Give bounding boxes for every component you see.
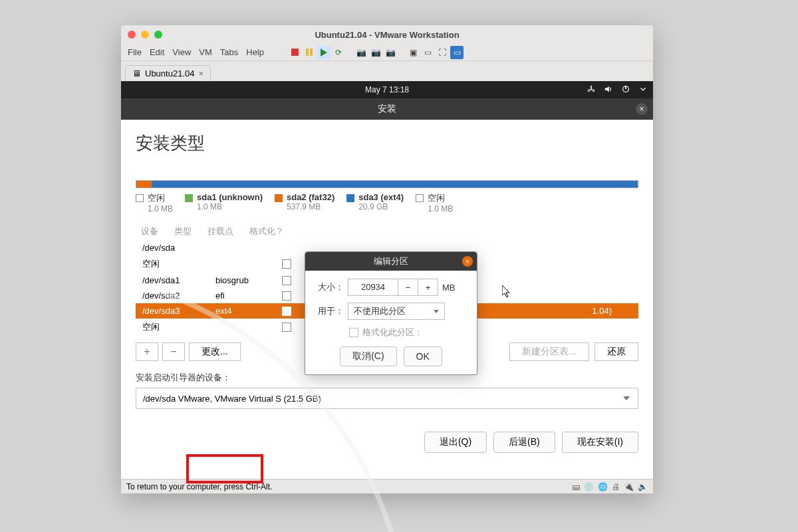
boot-device-select[interactable]: /dev/sda VMware, VMware Virtual S (21.5 …: [136, 388, 638, 409]
cdrom-icon[interactable]: 💿: [584, 482, 594, 491]
format-label: 格式化此分区：: [362, 327, 423, 338]
network-icon[interactable]: [587, 84, 596, 96]
harddisk-icon[interactable]: 🖴: [572, 482, 580, 491]
format-checkbox[interactable]: [282, 323, 291, 332]
format-checkbox[interactable]: [282, 276, 291, 285]
back-button[interactable]: 后退(B): [493, 432, 555, 453]
legend-label: sda3 (ext4): [358, 192, 404, 202]
new-partition-table-button[interactable]: 新建分区表...: [509, 342, 589, 361]
menu-tabs[interactable]: Tabs: [220, 47, 238, 57]
legend-size: 1.0 MB: [148, 204, 173, 213]
vm-tab-label: Ubuntu21.04: [145, 68, 194, 78]
network-adapter-icon[interactable]: 🌐: [598, 482, 608, 491]
annotation-highlight: [186, 454, 263, 483]
gnome-top-bar[interactable]: May 7 13:18: [121, 81, 653, 98]
legend-size: 20.9 GB: [358, 202, 404, 211]
col-format: 格式化？: [249, 225, 284, 237]
cancel-button[interactable]: 取消(C): [340, 346, 396, 366]
power-icon[interactable]: [621, 84, 630, 96]
installer-header: 安装 ×: [121, 98, 653, 120]
console-button[interactable]: ▭: [421, 46, 434, 59]
installer-header-title: 安装: [378, 103, 396, 115]
format-checkbox[interactable]: [282, 291, 291, 301]
col-mount: 挂载点: [207, 225, 233, 237]
close-icon[interactable]: ×: [636, 103, 648, 115]
legend-label: 空闲: [428, 192, 453, 204]
svg-rect-6: [625, 85, 626, 88]
suspend-button[interactable]: [303, 46, 316, 59]
fullscreen-icon[interactable]: ⛶: [436, 46, 449, 59]
quit-button[interactable]: 退出(Q): [424, 432, 487, 453]
vm-tab[interactable]: 🖥 Ubuntu21.04 ×: [125, 65, 211, 81]
monitor-icon: 🖥: [132, 68, 141, 78]
vm-device-icons: 🖴 💿 🌐 🖨 🔌 🔈: [572, 482, 648, 491]
usb-icon[interactable]: 🔌: [624, 482, 634, 491]
dialog-title: 编辑分区: [374, 255, 408, 267]
svg-rect-2: [593, 90, 595, 91]
svg-rect-1: [588, 90, 591, 91]
dialog-header: 编辑分区 ×: [305, 252, 477, 271]
minimize-icon[interactable]: [141, 31, 149, 39]
snapshot-manager-button[interactable]: 📷: [369, 46, 382, 59]
toolbar: ⟳ 📷 📷 📷 ▣ ▭ ⛶ ▭: [288, 46, 464, 59]
legend-label: sda1 (unknown): [197, 192, 263, 202]
change-button[interactable]: 更改...: [189, 342, 241, 361]
unity-button[interactable]: ▣: [406, 46, 420, 59]
install-button[interactable]: 现在安装(I): [562, 432, 638, 453]
tabstrip: 🖥 Ubuntu21.04 ×: [121, 61, 653, 81]
size-stepper[interactable]: 20934 − + MB: [348, 279, 456, 296]
titlebar: Ubuntu21.04 - VMware Workstation: [121, 25, 653, 44]
power-on-button[interactable]: [317, 46, 331, 59]
wizard-buttons: 退出(Q) 后退(B) 现在安装(I): [424, 432, 638, 453]
legend-size: 1.0 MB: [428, 204, 453, 213]
power-off-button[interactable]: [288, 46, 301, 59]
multiple-monitors-button[interactable]: ▭: [450, 46, 464, 59]
vmware-window: Ubuntu21.04 - VMware Workstation File Ed…: [121, 25, 653, 493]
disk-segment-sda3: [152, 181, 638, 188]
size-minus-button[interactable]: −: [398, 279, 418, 296]
legend-size: 537.9 MB: [287, 202, 334, 211]
legend-label: sda2 (fat32): [287, 192, 334, 202]
format-checkbox[interactable]: [282, 259, 291, 269]
volume-icon[interactable]: [604, 84, 613, 96]
menu-vm[interactable]: VM: [199, 47, 212, 57]
reset-button[interactable]: ⟳: [332, 46, 345, 59]
use-as-label: 用于：: [313, 305, 348, 317]
maximize-icon[interactable]: [154, 31, 162, 39]
menu-edit[interactable]: Edit: [150, 47, 164, 57]
svg-rect-4: [589, 89, 595, 90]
snapshot-button[interactable]: 📷: [354, 46, 368, 59]
sound-icon[interactable]: 🔈: [638, 482, 648, 491]
legend-size: 1.0 MB: [197, 202, 263, 211]
size-plus-button[interactable]: +: [418, 279, 438, 296]
menu-view[interactable]: View: [172, 47, 191, 57]
chevron-down-icon[interactable]: [638, 84, 648, 96]
size-value[interactable]: 20934: [348, 279, 398, 296]
menu-help[interactable]: Help: [246, 47, 264, 57]
size-unit: MB: [442, 283, 456, 293]
menu-file[interactable]: File: [128, 47, 142, 57]
snapshot-revert-button[interactable]: 📷: [384, 46, 397, 59]
add-partition-button[interactable]: +: [136, 342, 158, 361]
gnome-tray[interactable]: [587, 84, 648, 96]
use-as-value: 不使用此分区: [354, 305, 406, 317]
disk-legend: 空闲1.0 MB sda1 (unknown)1.0 MB sda2 (fat3…: [136, 192, 638, 213]
remove-partition-button[interactable]: −: [162, 342, 185, 361]
printer-icon[interactable]: 🖨: [612, 482, 620, 491]
partition-table-header: 设备 类型 挂载点 格式化？: [136, 223, 638, 240]
disk-usage-bar: [136, 180, 638, 188]
close-icon[interactable]: ×: [198, 68, 203, 78]
menubar: File Edit View VM Tabs Help ⟳ 📷 📷 📷 ▣ ▭ …: [121, 44, 653, 61]
page-title: 安装类型: [136, 132, 638, 155]
format-checkbox[interactable]: [349, 328, 358, 337]
edit-partition-dialog: 编辑分区 × 大小： 20934 − + MB 用于： 不使用此分区 格式化此分…: [305, 251, 477, 375]
col-type: 类型: [174, 225, 192, 237]
revert-button[interactable]: 还原: [595, 342, 638, 361]
boot-device-value: /dev/sda VMware, VMware Virtual S (21.5 …: [143, 394, 321, 404]
ok-button[interactable]: OK: [404, 346, 442, 366]
use-as-select[interactable]: 不使用此分区: [348, 303, 445, 320]
close-icon[interactable]: ×: [462, 256, 473, 267]
format-checkbox[interactable]: [282, 307, 291, 316]
close-icon[interactable]: [128, 31, 136, 39]
window-controls: [121, 31, 162, 39]
